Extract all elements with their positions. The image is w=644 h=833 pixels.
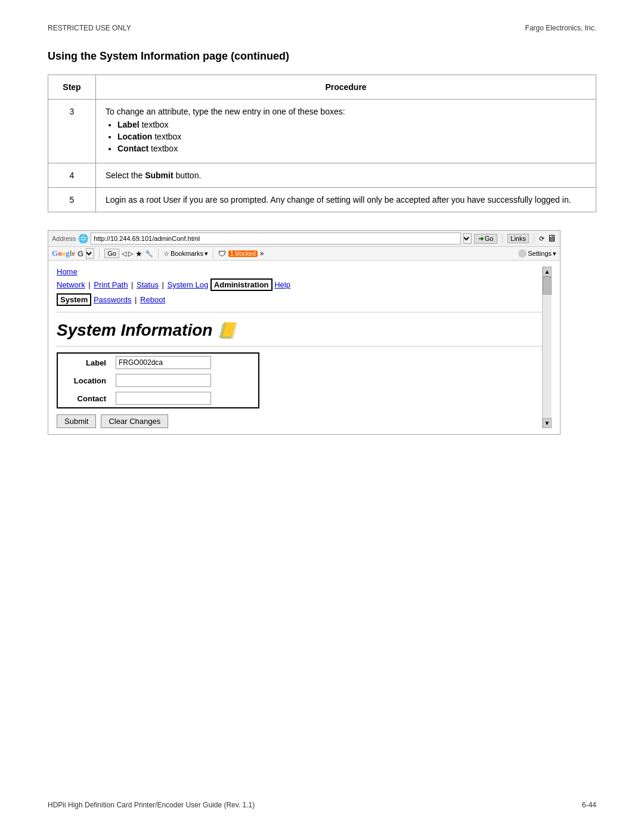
form-label-location: Location bbox=[57, 371, 111, 389]
browser-inner: Home Network | Print Path | Status | Sys… bbox=[57, 267, 542, 428]
location-input[interactable] bbox=[116, 374, 211, 387]
submit-button[interactable]: Submit bbox=[57, 414, 96, 428]
step-number: 3 bbox=[48, 100, 96, 163]
sub-nav-passwords[interactable]: Passwords bbox=[94, 295, 132, 304]
procedure-cell: Select the Submit button. bbox=[96, 163, 596, 188]
bullet-rest: textbox bbox=[140, 120, 169, 129]
home-link[interactable]: Home bbox=[57, 267, 78, 276]
table-row: 5 Login as a root User if you are so pro… bbox=[48, 188, 596, 212]
sub-nav-reboot[interactable]: Reboot bbox=[140, 295, 165, 304]
address-dropdown[interactable] bbox=[463, 233, 472, 244]
google-logo: Google bbox=[52, 249, 75, 258]
footer-left: HDPii High Definition Card Printer/Encod… bbox=[48, 801, 255, 809]
table-row: 4 Select the Submit button. bbox=[48, 163, 596, 188]
nav-icon[interactable]: ◁ ▷ bbox=[122, 250, 133, 258]
nav-link-help[interactable]: Help bbox=[274, 280, 290, 289]
form-input-cell bbox=[111, 353, 259, 371]
header-left: RESTRICTED USE ONLY bbox=[48, 24, 131, 32]
sys-info-title: System Information 📒 bbox=[57, 321, 542, 340]
go-label: Go bbox=[485, 235, 494, 242]
refresh-icon[interactable]: ⟳ bbox=[539, 235, 544, 243]
go-button[interactable]: ➜ Go bbox=[474, 234, 498, 244]
nav-link-systemlog[interactable]: System Log bbox=[168, 280, 209, 289]
form-table: Label Location Contact bbox=[57, 352, 259, 408]
bookmarks-label: Bookmarks bbox=[171, 250, 203, 257]
form-label-contact: Contact bbox=[57, 389, 111, 408]
procedure-text: Select the bbox=[106, 171, 145, 180]
form-buttons: Submit Clear Changes bbox=[57, 414, 542, 428]
go-arrow-icon: ➜ bbox=[478, 235, 484, 243]
procedure-bold: Submit bbox=[145, 171, 173, 180]
links-button[interactable]: Links bbox=[507, 234, 529, 243]
nav-link-network[interactable]: Network bbox=[57, 280, 85, 289]
nav-link-printpath[interactable]: Print Path bbox=[94, 280, 128, 289]
settings-label: Settings bbox=[528, 250, 552, 257]
procedure-cell: To change an attribute, type the new ent… bbox=[96, 100, 596, 163]
footer-right: 6-44 bbox=[582, 801, 596, 809]
sub-nav-system[interactable]: System bbox=[57, 293, 91, 306]
col-header-procedure: Procedure bbox=[96, 75, 596, 100]
form-row-label: Label bbox=[57, 353, 259, 371]
form-label-label: Label bbox=[57, 353, 111, 371]
table-row: 3 To change an attribute, type the new e… bbox=[48, 100, 596, 163]
browser-scrollbar[interactable]: ▲ ▼ bbox=[542, 267, 552, 428]
col-header-step: Step bbox=[48, 75, 96, 100]
header-right: Fargo Electronics, Inc. bbox=[525, 24, 596, 32]
settings-arrow-icon: ▾ bbox=[553, 250, 556, 258]
form-row-contact: Contact bbox=[57, 389, 259, 408]
book-icon: 📒 bbox=[217, 321, 236, 340]
bullet-bold: Label bbox=[117, 120, 140, 129]
page-icon: 🌐 bbox=[78, 234, 88, 243]
page-footer: HDPii High Definition Card Printer/Encod… bbox=[48, 777, 596, 809]
clear-changes-button[interactable]: Clear Changes bbox=[101, 414, 168, 428]
scroll-up-arrow[interactable]: ▲ bbox=[543, 267, 552, 277]
procedure-table: Step Procedure 3 To change an attribute,… bbox=[48, 75, 596, 212]
step-number: 5 bbox=[48, 188, 96, 212]
more-icon[interactable]: » bbox=[260, 249, 264, 258]
procedure-end: button. bbox=[174, 171, 202, 180]
form-input-cell bbox=[111, 389, 259, 408]
browser-extra-icons: ⟳ 🖥 bbox=[539, 233, 556, 244]
nav-link-status[interactable]: Status bbox=[137, 280, 159, 289]
step-number: 4 bbox=[48, 163, 96, 188]
scroll-down-arrow[interactable]: ▼ bbox=[543, 418, 552, 428]
contact-input[interactable] bbox=[116, 392, 211, 405]
bullet-rest: textbox bbox=[148, 144, 178, 153]
google-dropdown[interactable] bbox=[86, 248, 94, 259]
bullet-bold: Location bbox=[117, 132, 152, 141]
section-title: Using the System Information page (conti… bbox=[48, 50, 596, 63]
divider bbox=[57, 312, 542, 312]
bullet-rest: textbox bbox=[152, 132, 181, 141]
list-item: Label textbox bbox=[117, 120, 586, 129]
bullet-bold: Contact bbox=[117, 144, 148, 153]
address-label: Address bbox=[52, 235, 76, 242]
scroll-track[interactable] bbox=[543, 277, 552, 418]
blocked-icon: 🛡 bbox=[218, 249, 226, 258]
label-input[interactable] bbox=[116, 356, 211, 369]
star-icon[interactable]: ★ bbox=[135, 249, 143, 258]
scroll-thumb[interactable] bbox=[543, 277, 552, 295]
google-g-icon: G bbox=[78, 249, 83, 258]
browser-address-bar: Address 🌐 ➜ Go Links ⟳ 🖥 bbox=[48, 231, 560, 247]
star-icon-2: ☆ bbox=[163, 250, 169, 258]
procedure-intro: To change an attribute, type the new ent… bbox=[106, 107, 345, 116]
form-row-location: Location bbox=[57, 371, 259, 389]
blocked-badge: 1 blocked bbox=[228, 250, 258, 257]
list-item: Contact textbox bbox=[117, 144, 586, 153]
browser-screenshot: Address 🌐 ➜ Go Links ⟳ 🖥 Google G bbox=[48, 230, 561, 435]
nav-links-row: Network | Print Path | Status | System L… bbox=[57, 278, 542, 291]
address-input[interactable] bbox=[91, 233, 460, 244]
settings-button[interactable]: Settings ▾ bbox=[518, 249, 556, 258]
dropdown-arrow-icon: ▾ bbox=[205, 250, 208, 258]
bookmarks-button[interactable]: ☆ Bookmarks ▾ bbox=[163, 250, 208, 258]
divider-2 bbox=[57, 346, 542, 346]
procedure-cell: Login as a root User if you are so promp… bbox=[96, 188, 596, 212]
list-item: Location textbox bbox=[117, 132, 586, 141]
google-go-button[interactable]: Go bbox=[104, 249, 119, 258]
sub-nav-row: System Passwords | Reboot bbox=[57, 293, 542, 306]
browser-icon: 🖥 bbox=[547, 233, 556, 244]
sys-info-title-text: System Information bbox=[57, 321, 212, 340]
wrench-icon[interactable]: 🔧 bbox=[145, 250, 153, 258]
google-toolbar: Google G Go ◁ ▷ ★ 🔧 ☆ Bookmarks ▾ 🛡 1 bl… bbox=[48, 247, 560, 261]
nav-active-administration[interactable]: Administration bbox=[210, 278, 273, 291]
